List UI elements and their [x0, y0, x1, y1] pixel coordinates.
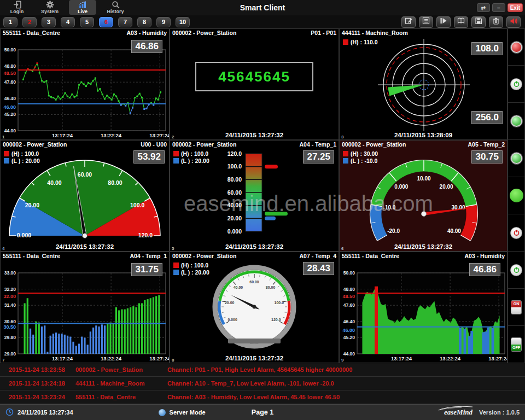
svg-text:45.20: 45.20 — [4, 112, 16, 117]
panel-legend: (H) : 100.0(L ) : 20.00 — [173, 261, 209, 276]
toolbar — [401, 16, 522, 28]
panel-number: 6 — [341, 246, 343, 251]
panel-round-gauge[interactable]: 000002 - Power_StationA07 - Temp_4 0.000… — [170, 252, 339, 363]
panel-timestamp: 24/11/2015 13:27:32 — [170, 355, 339, 361]
svg-text:0.000: 0.000 — [17, 232, 31, 238]
indicator-lamp-red[interactable] — [511, 42, 522, 53]
svg-text:0.000: 0.000 — [394, 184, 408, 190]
svg-text:60.00: 60.00 — [78, 171, 92, 178]
svg-text:80.00: 80.00 — [266, 285, 276, 289]
legend-swatch — [343, 158, 348, 164]
nav-live-button[interactable]: Live — [69, 0, 96, 15]
tab-6[interactable]: 6 — [99, 17, 113, 27]
legend-label: (H) : 100.0 — [11, 150, 39, 157]
svg-text:30.60: 30.60 — [4, 319, 16, 324]
book-icon — [457, 17, 465, 27]
svg-text:13:27:24: 13:27:24 — [149, 132, 169, 138]
tab-8[interactable]: 8 — [137, 17, 151, 27]
status-dot-green[interactable] — [510, 189, 523, 202]
legend-swatch — [4, 151, 9, 156]
panel-vertical-bar-gauge[interactable]: 000002 - Power_StationA04 - Temp_1 0.000… — [170, 140, 339, 252]
panel-area-trend[interactable]: 555111 - Data_CentreA03 - Humidity 50.00… — [339, 252, 508, 363]
svg-text:100.0: 100.0 — [228, 163, 242, 170]
value-display: 53.92 — [133, 150, 165, 164]
svg-text:120.0: 120.0 — [228, 150, 242, 157]
alarm-message: Channel: P01 - P01, High Level Alarm, 45… — [167, 366, 525, 373]
legend-label: (L ) : 20.00 — [181, 158, 209, 164]
panel-radar[interactable]: 444111 - Machine_Room (H) : 110.0 108.0 … — [339, 28, 508, 140]
svg-text:20.00: 20.00 — [440, 184, 453, 190]
indicator-lamp-green[interactable] — [511, 115, 522, 127]
svg-text:80.00: 80.00 — [228, 176, 242, 183]
digital-value: 45645645 — [195, 62, 313, 91]
history-icon — [112, 1, 120, 9]
svg-text:47.60: 47.60 — [343, 302, 355, 308]
svg-text:13:17:24: 13:17:24 — [391, 355, 412, 361]
run-button[interactable] — [436, 16, 451, 28]
panel-channel: A03 - Humidity — [464, 253, 505, 260]
edit-button[interactable] — [401, 16, 416, 28]
window-controls: ⇄ – Exit — [477, 3, 525, 12]
alarm-time: 2015-11-24 13:23:24 — [0, 394, 75, 400]
panel-trend-humidity[interactable]: 555111 - Data_CentreA03 - Humidity 50.00… — [0, 28, 170, 140]
indicator-lamp-green[interactable] — [511, 153, 522, 164]
rocker-switch-off[interactable]: OFF — [511, 337, 522, 352]
tab-7[interactable]: 7 — [118, 17, 132, 27]
svg-text:13:17:24: 13:17:24 — [52, 132, 73, 138]
exit-button[interactable]: Exit — [508, 3, 523, 12]
alarm-message: Channel: A03 - Humidity, Low Level Alarm… — [167, 394, 525, 400]
panel-number: 4 — [2, 246, 4, 251]
nav-system-button[interactable]: System — [36, 0, 63, 15]
panel-timestamp: 24/11/2015 13:27:32 — [170, 243, 339, 250]
alarm-station: 000002 - Power_Station — [75, 366, 167, 373]
alarm-row[interactable]: 2015-11-24 13:24:18 444111 - Machine_Roo… — [0, 377, 525, 390]
panel-station: 444111 - Machine_Room — [342, 30, 408, 37]
save-button[interactable] — [471, 16, 486, 28]
panel-bar-trend[interactable]: 555111 - Data_CentreA04 - Temp_1 33.0032… — [0, 252, 170, 363]
panel-station: 555111 - Data_Centre — [342, 253, 399, 260]
dashboard-grid: 555111 - Data_CentreA03 - Humidity 50.00… — [0, 28, 508, 363]
legend-label: (H) : 100.0 — [181, 150, 208, 157]
nav-history-button[interactable]: History — [102, 0, 129, 15]
tab-2[interactable]: 2 — [22, 17, 37, 27]
tab-10[interactable]: 10 — [176, 17, 190, 27]
server-mode-label: Server Mode — [170, 409, 206, 416]
panel-channel: A05 - Temp_2 — [468, 141, 505, 148]
restore-button[interactable]: ⇄ — [477, 3, 490, 12]
nav-login-button[interactable]: Login — [3, 0, 31, 15]
tab-4[interactable]: 4 — [61, 17, 75, 27]
alarm-row[interactable]: 2015-11-24 13:23:58 000002 - Power_Stati… — [0, 363, 525, 377]
svg-text:20.00: 20.00 — [25, 202, 39, 208]
panel-channel: A03 - Humidity — [126, 30, 167, 37]
svg-text:32.20: 32.20 — [4, 287, 16, 292]
sidebar-cell: OFF — [508, 326, 525, 363]
panel-number: 7 — [2, 358, 4, 363]
tab-9[interactable]: 9 — [156, 17, 171, 27]
svg-text:20.00: 20.00 — [228, 215, 242, 221]
panel-number: 8 — [172, 358, 174, 363]
svg-text:40.00: 40.00 — [228, 202, 242, 208]
sidebar-cell — [508, 177, 525, 214]
alarm-row[interactable]: 2015-11-24 13:23:24 555111 - Data_Centre… — [0, 390, 525, 404]
tab-1[interactable]: 1 — [3, 17, 18, 27]
sound-button[interactable] — [506, 16, 521, 28]
list-button[interactable] — [419, 16, 433, 28]
book-button[interactable] — [454, 16, 468, 28]
power-button-green[interactable] — [510, 264, 522, 276]
panel-digital-readout[interactable]: 000002 - Power_StationP01 - P01 45645645… — [170, 28, 339, 140]
clock-icon — [5, 408, 14, 417]
main-nav: LoginSystemLiveHistory — [0, 0, 129, 15]
power-button-red[interactable] — [510, 227, 522, 239]
trash-button[interactable] — [489, 16, 503, 28]
panel-semi-gauge[interactable]: 000002 - Power_StationU00 - U00 0.00020.… — [0, 140, 170, 252]
rocker-switch-on[interactable]: ON — [511, 300, 522, 314]
tab-5[interactable]: 5 — [80, 17, 94, 27]
power-button-green[interactable] — [510, 78, 522, 90]
tab-3[interactable]: 3 — [42, 17, 56, 27]
panel-arc-gauge-alarm[interactable]: 000002 - Power_StationA05 - Temp_2 -20.0… — [339, 140, 508, 252]
sidebar-cell: ON — [508, 289, 525, 326]
legend-item: (L ) : -10.0 — [343, 157, 378, 164]
svg-text:-10.0: -10.0 — [383, 205, 396, 211]
sidebar-cell — [508, 66, 525, 103]
minimize-button[interactable]: – — [492, 3, 505, 12]
